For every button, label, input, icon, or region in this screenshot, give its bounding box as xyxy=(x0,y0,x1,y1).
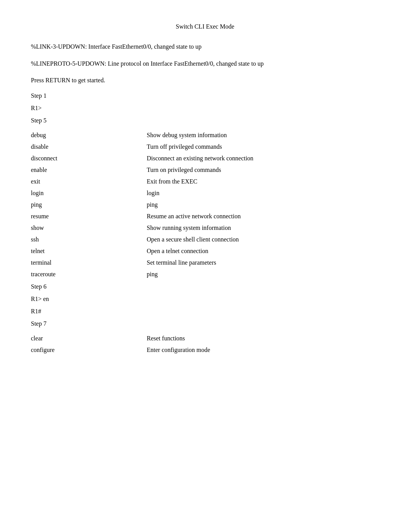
command-name: login xyxy=(31,187,116,199)
step-6-prompt-1: R1> en xyxy=(31,296,379,303)
table-row: debugShow debug system information xyxy=(31,129,379,141)
command-desc: Open a telnet connection xyxy=(116,245,379,257)
message-lineproto-updown: %LINEPROTO-5-UPDOWN: Line protocol on In… xyxy=(31,59,379,69)
table-row: configureEnter configuration mode xyxy=(31,344,379,356)
command-desc: Enter configuration mode xyxy=(116,344,379,356)
command-name: clear xyxy=(31,333,116,344)
table-row: disconnectDisconnect an existing network… xyxy=(31,153,379,164)
command-desc: Turn off privileged commands xyxy=(116,141,379,153)
command-desc: Resume an active network connection xyxy=(116,211,379,222)
command-name: configure xyxy=(31,344,116,356)
table-row: disableTurn off privileged commands xyxy=(31,141,379,153)
command-name: terminal xyxy=(31,257,116,269)
step-1-prompt: R1> xyxy=(31,105,379,112)
command-name: disconnect xyxy=(31,153,116,164)
command-name: show xyxy=(31,222,116,234)
command-desc: Show debug system information xyxy=(116,129,379,141)
table-row: sshOpen a secure shell client connection xyxy=(31,234,379,245)
command-name: resume xyxy=(31,211,116,222)
step-7-command-table: clearReset functionsconfigureEnter confi… xyxy=(31,333,379,356)
command-desc: Show running system information xyxy=(116,222,379,234)
message-press-return: Press RETURN to get started. xyxy=(31,75,379,85)
command-desc: ping xyxy=(116,199,379,211)
page-title: Switch CLI Exec Mode xyxy=(31,23,379,30)
command-desc: Turn on privileged commands xyxy=(116,164,379,176)
command-desc: Disconnect an existing network connectio… xyxy=(116,153,379,164)
command-desc: login xyxy=(116,187,379,199)
table-row: exitExit from the EXEC xyxy=(31,176,379,187)
step-1-label: Step 1 xyxy=(31,92,379,99)
step-6-label: Step 6 xyxy=(31,283,379,290)
table-row: enableTurn on privileged commands xyxy=(31,164,379,176)
command-name: ping xyxy=(31,199,116,211)
command-name: exit xyxy=(31,176,116,187)
command-desc: ping xyxy=(116,269,379,280)
table-row: tracerouteping xyxy=(31,269,379,280)
command-name: enable xyxy=(31,164,116,176)
table-row: telnetOpen a telnet connection xyxy=(31,245,379,257)
command-name: ssh xyxy=(31,234,116,245)
step-5-label: Step 5 xyxy=(31,117,379,124)
command-desc: Reset functions xyxy=(116,333,379,344)
step-5-command-table: debugShow debug system informationdisabl… xyxy=(31,129,379,280)
command-desc: Open a secure shell client connection xyxy=(116,234,379,245)
step-6-prompt-2: R1# xyxy=(31,308,379,315)
table-row: loginlogin xyxy=(31,187,379,199)
command-name: telnet xyxy=(31,245,116,257)
step-7-label: Step 7 xyxy=(31,320,379,327)
command-desc: Set terminal line parameters xyxy=(116,257,379,269)
message-link-updown: %LINK-3-UPDOWN: Interface FastEthernet0/… xyxy=(31,42,379,52)
table-row: terminalSet terminal line parameters xyxy=(31,257,379,269)
command-desc: Exit from the EXEC xyxy=(116,176,379,187)
command-name: traceroute xyxy=(31,269,116,280)
table-row: clearReset functions xyxy=(31,333,379,344)
table-row: resumeResume an active network connectio… xyxy=(31,211,379,222)
command-name: debug xyxy=(31,129,116,141)
table-row: pingping xyxy=(31,199,379,211)
command-name: disable xyxy=(31,141,116,153)
table-row: showShow running system information xyxy=(31,222,379,234)
